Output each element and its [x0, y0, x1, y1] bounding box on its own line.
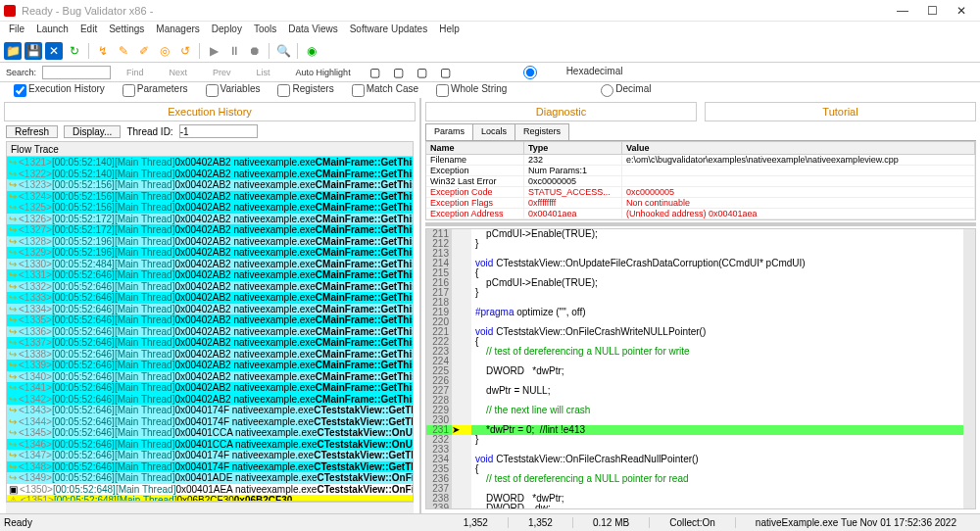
menu-updates[interactable]: Software Updates: [345, 24, 433, 37]
flow-row[interactable]: ↪<1337> [00:05:52:646] [Main Thread] 0x0…: [7, 337, 413, 349]
opt-exec-hist[interactable]: Execution History: [14, 83, 105, 96]
flow-row[interactable]: ↪<1327> [00:05:52:172] [Main Thread] 0x0…: [7, 224, 413, 236]
list-button[interactable]: List: [247, 68, 280, 77]
open-icon[interactable]: 📁: [4, 42, 22, 60]
refresh-button[interactable]: Refresh: [6, 125, 58, 138]
code-view[interactable]: 211 pCmdUI->Enable(TRUE);212}213214void …: [425, 228, 976, 509]
prop-row[interactable]: Exception Address0x00401aea(Unhooked add…: [426, 209, 975, 219]
menu-managers[interactable]: Managers: [151, 24, 204, 37]
maximize-button[interactable]: ☐: [917, 2, 947, 20]
prop-row[interactable]: ExceptionNum Params:1: [426, 166, 975, 176]
flow-row[interactable]: ↪<1322> [00:05:52:140] [Main Thread] 0x0…: [7, 169, 413, 180]
menu-launch[interactable]: Launch: [31, 24, 74, 37]
flow-row[interactable]: ↪<1329> [00:05:52:196] [Main Thread] 0x0…: [7, 247, 413, 259]
opt-vars[interactable]: Variables: [206, 83, 261, 96]
tab-tutorial[interactable]: Tutorial: [705, 102, 976, 121]
flow-row[interactable]: ↪<1342> [00:05:52:646] [Main Thread] 0x0…: [7, 394, 413, 406]
prop-row[interactable]: Exception Flags0xffffffffNon continuable: [426, 198, 975, 209]
flow-row[interactable]: ↪<1326> [00:05:52:172] [Main Thread] 0x0…: [7, 214, 413, 225]
hl-icon-3[interactable]: ▢: [414, 64, 431, 81]
target-icon[interactable]: ◎: [156, 42, 173, 60]
hl-icon-4[interactable]: ▢: [437, 64, 455, 81]
prop-row[interactable]: Exception CodeSTATUS_ACCESS...0xc0000005: [426, 187, 975, 198]
menu-edit[interactable]: Edit: [75, 24, 102, 37]
flow-row[interactable]: ↪<1348> [00:05:52:646] [Main Thread] 0x0…: [7, 461, 413, 473]
prop-row[interactable]: Win32 Last Error0xc0000005: [426, 176, 975, 187]
menu-tools[interactable]: Tools: [249, 24, 281, 37]
tab-params[interactable]: Params: [425, 123, 473, 140]
menu-settings[interactable]: Settings: [104, 24, 149, 37]
flow-row[interactable]: ↪<1344> [00:05:52:646] [Main Thread] 0x0…: [7, 416, 413, 428]
go-icon[interactable]: ◉: [303, 42, 320, 60]
opt-regs[interactable]: Registers: [277, 83, 333, 96]
opt-whole[interactable]: Whole String: [436, 83, 507, 96]
flow-row[interactable]: ⚠<1351> [00:05:52:648] [Main Thread] 0x0…: [7, 495, 413, 502]
flow-row[interactable]: ↪<1347> [00:05:52:646] [Main Thread] 0x0…: [7, 450, 413, 461]
display-button[interactable]: Display...: [64, 125, 121, 138]
radix-dec[interactable]: Decimal: [601, 83, 651, 96]
flow-row[interactable]: ↪<1324> [00:05:52:156] [Main Thread] 0x0…: [7, 191, 413, 203]
flow-row[interactable]: ↪<1339> [00:05:52:646] [Main Thread] 0x0…: [7, 360, 413, 371]
export-icon[interactable]: ↺: [176, 42, 194, 60]
flow-row[interactable]: ↪<1336> [00:05:52:646] [Main Thread] 0x0…: [7, 326, 413, 338]
flow-row[interactable]: ↪<1340> [00:05:52:646] [Main Thread] 0x0…: [7, 371, 413, 383]
tab-exec-history[interactable]: Execution History: [4, 102, 416, 121]
hl-icon-2[interactable]: ▢: [390, 64, 408, 81]
search-input[interactable]: [42, 66, 111, 79]
flow-row[interactable]: ↪<1334> [00:05:52:646] [Main Thread] 0x0…: [7, 304, 413, 315]
flow-trace-list[interactable]: ↪<1321> [00:05:52:140] [Main Thread] 0x0…: [6, 157, 414, 502]
play-icon[interactable]: ▶: [205, 42, 222, 60]
flow-row[interactable]: ↪<1333> [00:05:52:646] [Main Thread] 0x0…: [7, 292, 413, 304]
zoom-icon[interactable]: 🔍: [274, 42, 292, 60]
thread-id-input[interactable]: [179, 124, 258, 138]
flow-row[interactable]: ↪<1343> [00:05:52:646] [Main Thread] 0x0…: [7, 405, 413, 416]
record-icon[interactable]: ⏺: [246, 42, 264, 60]
flow-row[interactable]: ↪<1346> [00:05:52:646] [Main Thread] 0x0…: [7, 439, 413, 451]
menu-dataviews[interactable]: Data Views: [283, 24, 342, 37]
flow-row[interactable]: ↪<1349> [00:05:52:646] [Main Thread] 0x0…: [7, 472, 413, 484]
hl-icon-1[interactable]: ▢: [367, 64, 384, 81]
tab-locals[interactable]: Locals: [472, 123, 515, 140]
flow-row[interactable]: ↪<1321> [00:05:52:140] [Main Thread] 0x0…: [7, 157, 413, 169]
flow-row[interactable]: ↪<1338> [00:05:52:646] [Main Thread] 0x0…: [7, 349, 413, 361]
close-button[interactable]: ✕: [947, 2, 976, 20]
opt-params[interactable]: Parameters: [122, 83, 188, 96]
flow-row[interactable]: ↪<1323> [00:05:52:156] [Main Thread] 0x0…: [7, 179, 413, 191]
menu-help[interactable]: Help: [434, 24, 465, 37]
right-pane: Diagnostic Tutorial Params Locals Regist…: [421, 98, 980, 513]
code-line: 234void CTeststakView::OnFileCrashReadNu…: [426, 455, 975, 464]
opt-case[interactable]: Match Case: [352, 83, 418, 96]
pause-icon[interactable]: ⏸: [225, 42, 243, 60]
titlebar: Ready - Bug Validator x86 - — ☐ ✕: [0, 0, 980, 22]
flow-row[interactable]: ↪<1345> [00:05:52:646] [Main Thread] 0x0…: [7, 427, 413, 439]
flow-row[interactable]: ↪<1332> [00:05:52:646] [Main Thread] 0x0…: [7, 281, 413, 293]
rocket-icon[interactable]: ↯: [94, 42, 112, 60]
flow-row[interactable]: ↪<1335> [00:05:52:646] [Main Thread] 0x0…: [7, 314, 413, 326]
flow-row[interactable]: ↪<1325> [00:05:52:156] [Main Thread] 0x0…: [7, 202, 413, 214]
search-bar: Search: Find Next Prev List Auto Highlig…: [0, 63, 980, 82]
refresh-icon[interactable]: ↻: [66, 42, 83, 60]
code-line: 221void CTeststakView::OnFileCrashWriteN…: [426, 327, 975, 337]
wand-icon[interactable]: ✎: [115, 42, 132, 60]
next-button[interactable]: Next: [160, 68, 198, 77]
find-button[interactable]: Find: [117, 68, 154, 77]
menu-file[interactable]: File: [4, 24, 29, 37]
prev-button[interactable]: Prev: [203, 68, 241, 77]
flow-row[interactable]: ↪<1331> [00:05:52:646] [Main Thread] 0x0…: [7, 269, 413, 281]
h-scrollbar[interactable]: [6, 502, 414, 513]
v-scrollbar[interactable]: [963, 229, 975, 508]
prop-row[interactable]: Filename232e:\om\c\bugvalidator\examples…: [426, 155, 975, 166]
flow-row[interactable]: ↪<1330> [00:05:52:484] [Main Thread] 0x0…: [7, 259, 413, 270]
pen-icon[interactable]: ✐: [135, 42, 153, 60]
radix-hex[interactable]: Hexadecimal: [496, 66, 623, 79]
tab-registers[interactable]: Registers: [514, 123, 569, 140]
flow-row[interactable]: ↪<1341> [00:05:52:646] [Main Thread] 0x0…: [7, 382, 413, 394]
code-line: 231➤ *dwPtr = 0; //lint !e413: [426, 425, 975, 435]
save-icon[interactable]: 💾: [24, 42, 42, 60]
flow-row[interactable]: ↪<1328> [00:05:52:196] [Main Thread] 0x0…: [7, 236, 413, 248]
flow-row[interactable]: ▣<1350> [00:05:52:648] [Main Thread] 0x0…: [7, 484, 413, 496]
menu-deploy[interactable]: Deploy: [207, 24, 247, 37]
minimize-button[interactable]: —: [888, 2, 917, 20]
close-doc-icon[interactable]: ✕: [45, 42, 63, 60]
tab-diagnostic[interactable]: Diagnostic: [425, 102, 697, 121]
